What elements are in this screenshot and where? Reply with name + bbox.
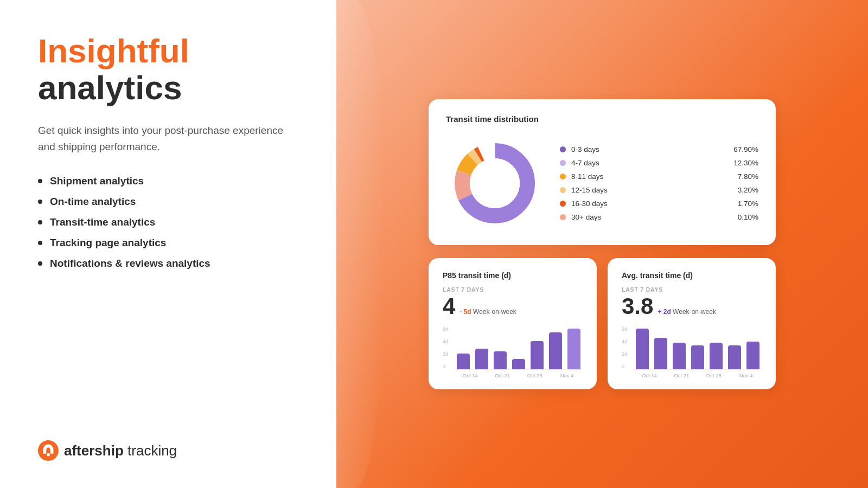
distribution-body: 0-3 days 67.90% 4-7 days 12.30% 8-11 day…: [446, 134, 758, 232]
distribution-legend: 0-3 days 67.90% 4-7 days 12.30% 8-11 day…: [560, 145, 758, 221]
distribution-card: Transit time distribution: [429, 99, 776, 245]
legend-dot: [560, 201, 566, 207]
bar: [673, 343, 686, 369]
bar: [457, 354, 470, 369]
legend-row: 16-30 days 1.70%: [560, 200, 758, 208]
bar-label: Nov 4: [733, 373, 760, 378]
p85-number: 4: [443, 295, 455, 318]
p85-card: P85 transit time (d) LAST 7 DAYS 4 - 5d …: [429, 258, 597, 389]
p85-period: LAST 7 DAYS: [443, 286, 583, 293]
bar: [746, 342, 760, 369]
left-content: Insightful analytics Get quick insights …: [38, 33, 298, 269]
legend-row: 0-3 days 67.90%: [560, 145, 758, 153]
y-label: 4d: [443, 339, 448, 344]
y-label: 6d: [622, 326, 627, 332]
bar-label: Nov 4: [554, 373, 581, 378]
list-item: Shipment analytics: [38, 175, 298, 187]
bar-label: Oct 21: [668, 373, 695, 378]
list-item: Notifications & reviews analytics: [38, 258, 298, 269]
avg-period: LAST 7 DAYS: [622, 286, 762, 293]
avg-value-row: 3.8 + 2d Week-on-week: [622, 295, 762, 318]
bar: [567, 329, 580, 369]
avg-y-axis: 6d 4d 2d 0: [622, 326, 627, 370]
bar: [475, 349, 488, 369]
bar: [512, 359, 525, 369]
bar: [728, 345, 741, 369]
avg-delta-label: Week-on-week: [673, 308, 716, 316]
bar: [531, 341, 544, 369]
p85-title: P85 transit time (d): [443, 271, 583, 280]
bar: [549, 332, 562, 369]
svg-rect-0: [38, 440, 59, 461]
bottom-row: P85 transit time (d) LAST 7 DAYS 4 - 5d …: [429, 258, 776, 389]
list-item: On-time analytics: [38, 196, 298, 208]
avg-delta-val: + 2d: [658, 308, 671, 316]
bar: [710, 343, 723, 369]
p85-delta: - 5d Week-on-week: [459, 308, 516, 316]
legend-dot: [560, 187, 566, 193]
legend-row: 12-15 days 3.20%: [560, 186, 758, 194]
right-panel: Transit time distribution: [336, 0, 868, 488]
brand-name: aftership tracking: [64, 442, 177, 459]
svg-point-1: [47, 453, 50, 457]
bullet-icon: [38, 179, 42, 183]
avg-delta: + 2d Week-on-week: [658, 308, 716, 316]
bar-label: Oct 28: [700, 373, 727, 378]
bar: [654, 338, 667, 369]
left-panel: Insightful analytics Get quick insights …: [0, 0, 336, 488]
cards-container: Transit time distribution: [429, 99, 776, 389]
bar: [691, 345, 704, 369]
legend-dot: [560, 214, 566, 220]
legend-dot: [560, 174, 566, 179]
bar: [494, 351, 507, 369]
y-label: 2d: [443, 351, 448, 357]
features-list: Shipment analytics On-time analytics Tra…: [38, 175, 298, 269]
bullet-icon: [38, 200, 42, 204]
list-item: Transit-time analytics: [38, 216, 298, 228]
y-label: 6d: [443, 326, 448, 332]
avg-card: Avg. transit time (d) LAST 7 DAYS 3.8 + …: [608, 258, 776, 389]
bar-label: Oct 14: [457, 373, 484, 378]
avg-number: 3.8: [622, 295, 653, 318]
y-label: 0: [622, 364, 627, 369]
distribution-title: Transit time distribution: [446, 114, 758, 124]
list-item: Tracking page analytics: [38, 237, 298, 249]
bar-label: Oct 28: [521, 373, 548, 378]
legend-dot: [560, 160, 566, 166]
description-text: Get quick insights into your post-purcha…: [38, 123, 298, 155]
p85-bar-labels: Oct 14 Oct 21 Oct 28 Nov 4: [455, 370, 583, 378]
y-label: 0: [443, 364, 448, 369]
bar: [636, 329, 649, 369]
p85-delta-label: Week-on-week: [473, 308, 516, 316]
donut-hole: [470, 158, 520, 208]
legend-row: 4-7 days 12.30%: [560, 159, 758, 167]
p85-value-row: 4 - 5d Week-on-week: [443, 295, 583, 318]
p85-chart: 6d 4d 2d 0 Oct 14 Oct 21 Oct 28 Nov 4: [443, 326, 583, 378]
brand-footer: aftership tracking: [38, 440, 298, 461]
y-label: 4d: [622, 339, 627, 344]
avg-bar-labels: Oct 14 Oct 21 Oct 28 Nov 4: [634, 370, 762, 378]
y-label: 2d: [622, 351, 627, 357]
donut-svg: [446, 134, 544, 232]
p85-delta-val: - 5d: [459, 308, 471, 316]
bullet-icon: [38, 241, 42, 245]
avg-title: Avg. transit time (d): [622, 271, 762, 280]
main-heading: Insightful analytics: [38, 33, 298, 106]
heading-analytics: analytics: [38, 69, 298, 106]
legend-row: 8-11 days 7.80%: [560, 172, 758, 181]
bullet-icon: [38, 220, 42, 224]
heading-insightful: Insightful: [38, 33, 298, 69]
legend-row: 30+ days 0.10%: [560, 213, 758, 221]
p85-bars: [455, 326, 583, 370]
p85-y-axis: 6d 4d 2d 0: [443, 326, 448, 370]
bar-label: Oct 21: [489, 373, 516, 378]
aftership-logo-icon: [38, 440, 59, 461]
legend-dot: [560, 146, 566, 152]
bullet-icon: [38, 261, 42, 266]
bar-label: Oct 14: [636, 373, 663, 378]
donut-chart: [446, 134, 544, 232]
avg-bars: [634, 326, 762, 370]
avg-chart: 6d 4d 2d 0 Oct 14 Oct 21 Oct 28 Nov 4: [622, 326, 762, 378]
